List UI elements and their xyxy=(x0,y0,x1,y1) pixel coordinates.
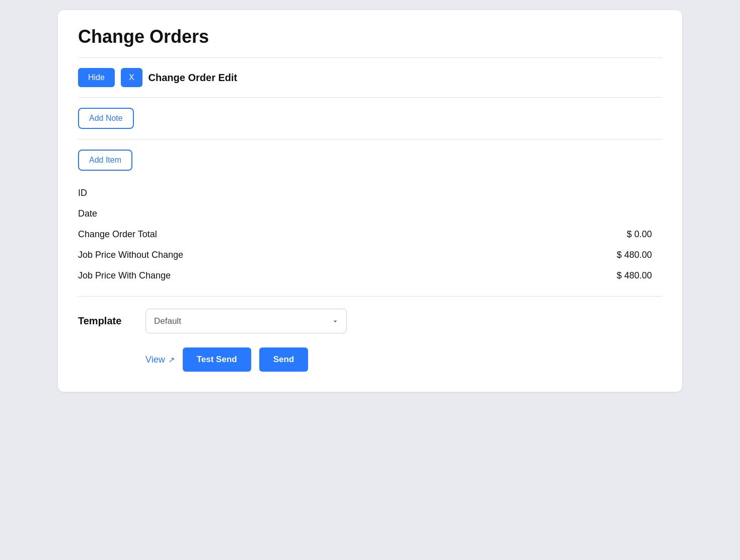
id-row: ID xyxy=(78,183,662,203)
info-table: ID Date Change Order Total $ 0.00 Job Pr… xyxy=(78,183,662,286)
change-order-total-value: $ 0.00 xyxy=(627,229,662,240)
close-button[interactable]: X xyxy=(121,68,142,87)
page-title: Change Orders xyxy=(78,26,662,47)
id-label: ID xyxy=(78,188,219,198)
change-order-total-label: Change Order Total xyxy=(78,229,219,240)
hide-button[interactable]: Hide xyxy=(78,68,115,87)
add-note-section: Add Note xyxy=(78,97,662,139)
edit-title: Change Order Edit xyxy=(149,72,238,84)
header-row: Hide X Change Order Edit xyxy=(78,68,662,87)
job-price-without-change-label: Job Price Without Change xyxy=(78,250,219,260)
template-row: Template Default xyxy=(78,309,662,333)
add-item-section: Add Item ID Date Change Order Total $ 0.… xyxy=(78,139,662,296)
date-row: Date xyxy=(78,203,662,224)
change-orders-card: Change Orders Hide X Change Order Edit A… xyxy=(58,10,682,392)
job-price-with-change-label: Job Price With Change xyxy=(78,270,219,281)
external-link-icon: ↗︎ xyxy=(168,355,175,365)
actions-row: View ↗︎ Test Send Send xyxy=(78,347,662,372)
job-price-without-change-value: $ 480.00 xyxy=(617,250,662,260)
title-divider xyxy=(78,57,662,58)
add-note-button[interactable]: Add Note xyxy=(78,108,134,129)
job-price-with-change-value: $ 480.00 xyxy=(617,270,662,281)
change-order-total-row: Change Order Total $ 0.00 xyxy=(78,224,662,245)
job-price-without-change-row: Job Price Without Change $ 480.00 xyxy=(78,245,662,265)
view-label: View xyxy=(145,355,165,365)
view-button[interactable]: View ↗︎ xyxy=(145,355,175,365)
test-send-button[interactable]: Test Send xyxy=(183,347,251,372)
template-label: Template xyxy=(78,315,133,327)
template-section: Template Default View ↗︎ Test Send Send xyxy=(78,296,662,372)
date-label: Date xyxy=(78,208,219,219)
template-select[interactable]: Default xyxy=(145,309,347,333)
send-button[interactable]: Send xyxy=(259,347,309,372)
add-item-button[interactable]: Add Item xyxy=(78,150,132,171)
job-price-with-change-row: Job Price With Change $ 480.00 xyxy=(78,265,662,286)
